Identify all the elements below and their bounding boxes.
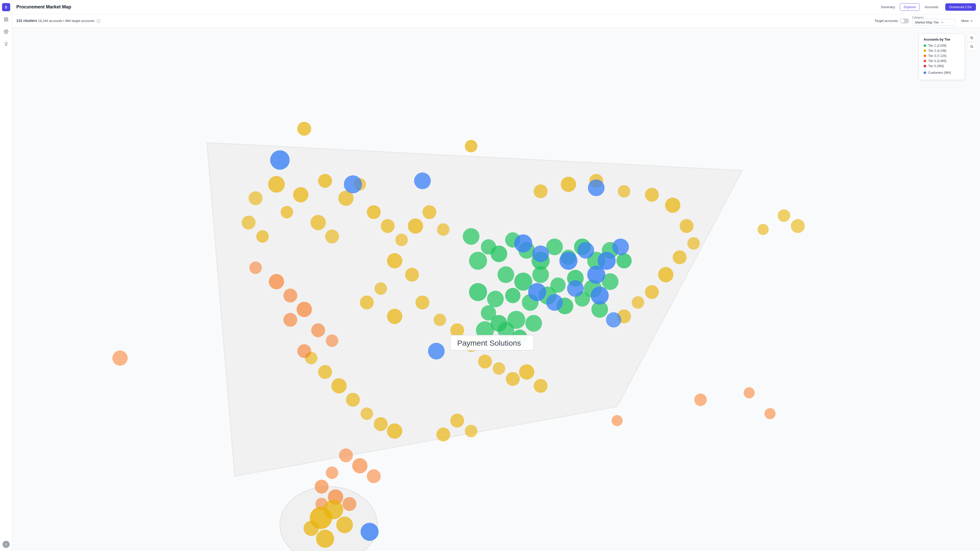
svg-rect-1 — [6, 17, 8, 19]
svg-point-19 — [293, 187, 309, 203]
svg-point-16 — [268, 176, 285, 192]
sidebar: S U — [0, 0, 12, 206]
map-svg: Payment Solutions Accounts Payable Autom… — [12, 27, 368, 206]
cluster-info: 131 clusters 18,244 accounts • 984 targe… — [16, 19, 100, 23]
page-title: Procurement Market Map — [16, 4, 368, 10]
svg-rect-2 — [4, 20, 6, 21]
svg-point-17 — [248, 191, 262, 205]
svg-rect-0 — [4, 17, 6, 19]
info-icon[interactable]: ℹ — [97, 19, 100, 23]
lightbulb-icon[interactable] — [2, 40, 10, 48]
header: Procurement Market Map Summary Explorer … — [12, 0, 368, 14]
accounts-count: 18,244 accounts • 984 target accounts — [38, 19, 94, 23]
svg-point-4 — [5, 31, 6, 32]
grid-icon[interactable] — [2, 15, 10, 24]
sub-header: 131 clusters 18,244 accounts • 984 targe… — [12, 14, 368, 27]
app-logo[interactable]: S — [2, 3, 10, 11]
svg-point-6 — [298, 122, 311, 135]
svg-point-22 — [318, 174, 332, 188]
svg-point-122 — [270, 150, 290, 170]
svg-point-123 — [344, 175, 362, 193]
svg-rect-3 — [6, 20, 8, 21]
map-area[interactable]: Payment Solutions Accounts Payable Autom… — [12, 27, 368, 206]
clusters-count: 131 clusters — [16, 19, 37, 23]
settings-icon[interactable] — [2, 27, 10, 36]
